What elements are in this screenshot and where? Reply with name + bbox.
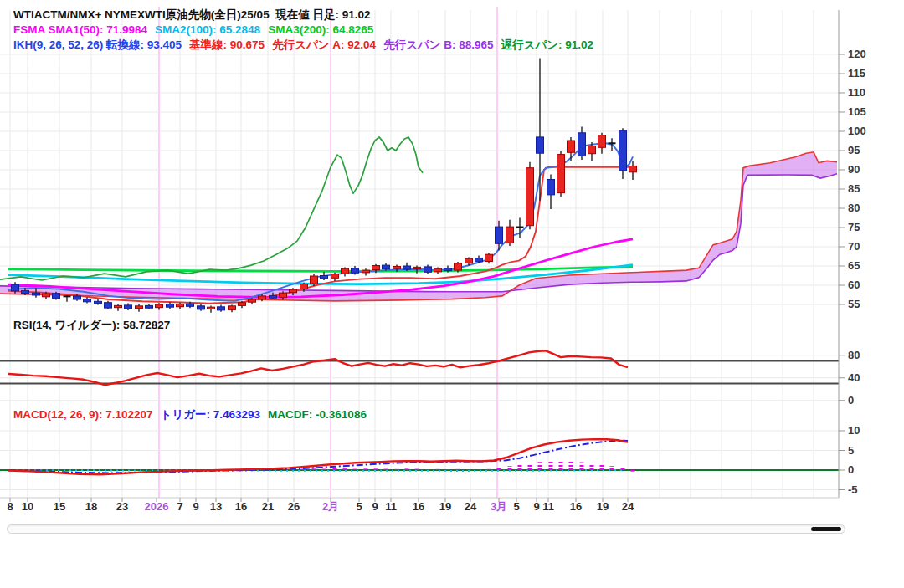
horizontal-scrollbar-thumb[interactable]: [811, 527, 841, 531]
price-axis-label: 55: [848, 298, 860, 311]
horizontal-scrollbar-track[interactable]: [7, 524, 845, 534]
candle-body: [136, 306, 143, 309]
candle-body: [177, 304, 184, 307]
price-axis-label: 65: [848, 259, 860, 273]
price-axis-label: 120: [848, 48, 866, 61]
price-axis-label: 75: [848, 221, 860, 234]
x-axis-label: 5: [513, 500, 519, 514]
rsi-label-row: RSI(14, ワイルダー): 58.72827: [13, 318, 170, 332]
candle-body: [342, 268, 349, 274]
candle-body: [413, 267, 421, 268]
candle-body: [229, 306, 236, 310]
candle-body: [218, 307, 225, 310]
rsi-axis-label: 80: [848, 349, 860, 362]
x-axis-label: 16: [235, 500, 247, 514]
candle-body: [424, 267, 432, 272]
candle-body: [105, 303, 112, 308]
candle-body: [270, 295, 277, 298]
candle-body: [485, 254, 493, 261]
candle-body: [362, 270, 370, 273]
x-axis-label: 8: [7, 500, 13, 514]
candle-body: [588, 146, 596, 154]
candle-body: [598, 135, 606, 148]
x-axis-label: 18: [85, 500, 97, 514]
rsi-axis-label: 0: [848, 394, 854, 407]
price-axis-label: 95: [848, 144, 860, 157]
ichimoku-legend-row: IKH(9, 26, 52, 26) 転換線: 93.405基準線: 90.67…: [13, 38, 593, 52]
x-axis-label: 13: [210, 500, 222, 514]
candle-body: [444, 268, 452, 271]
price-axis-label: 110: [848, 86, 865, 100]
x-axis-month-label: 2026: [145, 500, 169, 514]
price-axis-label: 100: [848, 125, 866, 138]
x-axis-label: 24: [465, 500, 476, 514]
candle-body: [84, 299, 91, 302]
sma-legend-item: FSMA SMA1(50): 71.9984: [13, 23, 147, 37]
candle-body: [321, 276, 328, 279]
x-axis-label: 23: [116, 500, 128, 514]
x-axis-label: 19: [597, 500, 609, 514]
candle-body: [455, 263, 462, 270]
sma-legend-item: SMA3(200): 64.8265: [268, 23, 373, 37]
candle-body: [74, 296, 81, 299]
candle-body: [249, 299, 256, 302]
chart-title-row: WTIACTM/NMX+ NYMEXWTI原油先物(全日)25/05 現在値 日…: [13, 8, 370, 22]
ichimoku-legend-item: 先行スパン B: 88.965: [383, 38, 494, 52]
price-axis-label: 105: [848, 105, 866, 119]
sma-legend-item: SMA2(100): 65.2848: [155, 23, 260, 37]
x-axis-month-label: 2月: [322, 500, 339, 514]
price-axis-label: 70: [848, 240, 860, 253]
x-axis-label: 19: [439, 500, 451, 514]
candle-body: [403, 266, 411, 269]
candle-body: [557, 155, 565, 193]
macd-label-item: トリガー: 7.463293: [161, 407, 261, 422]
title-text: WTIACTM/NMX+ NYMEXWTI原油先物(全日)25/05 現在値 日…: [13, 8, 370, 22]
ichimoku-legend-item: 遅行スパン: 91.02: [501, 38, 593, 52]
candle-body: [198, 306, 205, 309]
candle-body: [537, 137, 544, 153]
candle-body: [208, 307, 215, 309]
candle-body: [393, 267, 401, 269]
candle-body: [475, 258, 483, 262]
candle-body: [352, 268, 359, 274]
candle-body: [526, 168, 534, 226]
candle-body: [290, 289, 297, 293]
x-axis-label: 11: [542, 500, 554, 514]
candle-body: [167, 304, 174, 308]
candle-body: [383, 265, 390, 269]
candle-body: [629, 166, 637, 171]
candle-body: [259, 296, 266, 299]
macd-axis-label: 10: [848, 424, 860, 437]
x-axis-label: 16: [413, 500, 424, 514]
chart-window: WTIACTM/NMX+ NYMEXWTI原油先物(全日)25/05 現在値 日…: [0, 0, 904, 588]
candle-body: [496, 227, 503, 243]
x-axis-label: 9: [372, 500, 378, 514]
macd-line: [8, 439, 628, 474]
candle-body: [95, 301, 102, 303]
macd-axis-label: 0: [848, 463, 854, 477]
ichimoku-legend-item: 基準線: 90.675: [189, 38, 265, 52]
chart-canvas[interactable]: [0, 0, 904, 588]
candle-body: [115, 305, 122, 307]
x-axis-label: 21: [262, 500, 274, 514]
sma-legend-row: FSMA SMA1(50): 71.9984SMA2(100): 65.2848…: [13, 23, 373, 37]
x-axis-label: 10: [22, 500, 33, 514]
price-axis-label: 90: [848, 163, 860, 176]
macd-label-row: MACD(12, 26, 9): 7.102207トリガー: 7.463293M…: [13, 407, 367, 422]
candle-body: [568, 141, 575, 152]
rsi-axis-label: 40: [848, 371, 860, 385]
ichimoku-legend-item: 先行スパン A: 92.04: [272, 38, 376, 52]
candle-body: [434, 268, 442, 272]
candle-body: [506, 227, 514, 243]
macd-axis-label: -5: [848, 483, 858, 497]
candle-body: [146, 305, 153, 308]
x-axis-month-label: 3月: [491, 500, 507, 514]
trigger-line: [8, 441, 628, 473]
candle-body: [300, 284, 308, 289]
rsi-label: RSI(14, ワイルダー): 58.72827: [13, 318, 170, 332]
candle-body: [547, 180, 555, 195]
candle-body: [311, 276, 318, 284]
candle-body: [53, 294, 60, 299]
macd-axis-label: 5: [848, 444, 854, 458]
x-axis-label: 26: [288, 500, 300, 514]
